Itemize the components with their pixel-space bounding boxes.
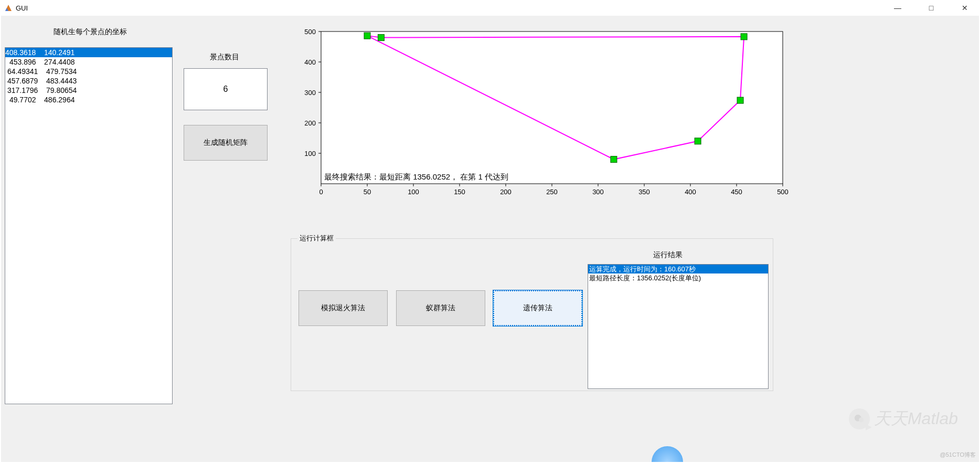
matlab-icon <box>4 4 13 12</box>
svg-text:100: 100 <box>408 188 419 196</box>
ant-colony-button[interactable]: 蚁群算法 <box>396 290 485 326</box>
svg-text:300: 300 <box>304 89 316 97</box>
svg-text:500: 500 <box>304 28 316 36</box>
list-item[interactable]: 最短路径长度：1356.0252(长度单位) <box>588 273 768 282</box>
svg-text:300: 300 <box>592 188 604 196</box>
svg-rect-2 <box>321 31 783 184</box>
list-item[interactable]: 453.896 274.4408 <box>5 57 172 67</box>
svg-text:250: 250 <box>546 188 558 196</box>
svg-text:150: 150 <box>454 188 465 196</box>
svg-text:350: 350 <box>638 188 650 196</box>
svg-rect-37 <box>741 34 747 40</box>
minimize-button[interactable]: — <box>886 2 910 14</box>
genetic-algorithm-button[interactable]: 遗传算法 <box>493 290 582 326</box>
svg-text:500: 500 <box>777 188 789 196</box>
titlebar: GUI — □ ✕ <box>0 0 980 16</box>
count-value: 6 <box>223 85 228 94</box>
decorative-circle <box>652 446 683 462</box>
svg-text:100: 100 <box>304 150 316 157</box>
maximize-button[interactable]: □ <box>919 2 943 14</box>
svg-text:50: 50 <box>364 188 371 196</box>
path-chart: 050100150200250300350400450500 100200300… <box>297 26 791 205</box>
main-panel: 随机生每个景点的坐标 408.3618 140.2491 453.896 274… <box>1 16 979 462</box>
svg-rect-39 <box>695 138 701 144</box>
ga-label: 遗传算法 <box>523 303 552 313</box>
count-field[interactable]: 6 <box>184 68 268 110</box>
generate-button[interactable]: 生成随机矩阵 <box>184 125 268 161</box>
svg-rect-35 <box>364 33 370 39</box>
svg-rect-36 <box>378 35 384 41</box>
window-title: GUI <box>16 4 28 12</box>
svg-text:200: 200 <box>304 119 316 127</box>
compute-panel: 运行计算框 模拟退火算法 蚁群算法 遗传算法 运行结果 运算完成，运行时间为：1… <box>291 234 773 391</box>
wechat-icon <box>849 408 870 429</box>
list-item[interactable]: 运算完成，运行时间为：160.607秒 <box>588 265 768 273</box>
chart-annotation: 最终搜索结果：最短距离 1356.0252， 在第 1 代达到 <box>324 172 508 181</box>
coords-listbox[interactable]: 408.3618 140.2491 453.896 274.4408 64.49… <box>5 47 173 404</box>
svg-text:400: 400 <box>304 58 316 66</box>
count-label: 景点数目 <box>210 52 239 62</box>
svg-text:200: 200 <box>500 188 512 196</box>
sa-label: 模拟退火算法 <box>321 303 365 313</box>
list-item[interactable]: 64.49341 479.7534 <box>5 67 172 76</box>
aco-label: 蚁群算法 <box>426 303 455 313</box>
coords-label: 随机生每个景点的坐标 <box>54 27 127 37</box>
svg-rect-38 <box>737 97 743 103</box>
list-item[interactable]: 457.6879 483.4443 <box>5 76 172 86</box>
svg-rect-40 <box>611 156 617 163</box>
list-item[interactable]: 317.1796 79.80654 <box>5 86 172 95</box>
result-listbox[interactable]: 运算完成，运行时间为：160.607秒 最短路径长度：1356.0252(长度单… <box>588 264 769 389</box>
watermark-text: 天天Matlab <box>874 407 958 430</box>
credit-text: @51CTO博客 <box>940 451 976 459</box>
generate-button-label: 生成随机矩阵 <box>204 138 248 148</box>
svg-text:0: 0 <box>319 188 323 196</box>
svg-point-42 <box>859 417 864 422</box>
simulated-annealing-button[interactable]: 模拟退火算法 <box>299 290 388 326</box>
svg-text:400: 400 <box>685 188 696 196</box>
list-item[interactable]: 408.3618 140.2491 <box>5 48 172 57</box>
compute-legend: 运行计算框 <box>297 234 336 243</box>
close-button[interactable]: ✕ <box>953 2 977 14</box>
svg-text:450: 450 <box>731 188 742 196</box>
list-item[interactable]: 49.7702 486.2964 <box>5 95 172 104</box>
result-label: 运行结果 <box>653 250 683 260</box>
watermark: 天天Matlab <box>849 407 958 430</box>
